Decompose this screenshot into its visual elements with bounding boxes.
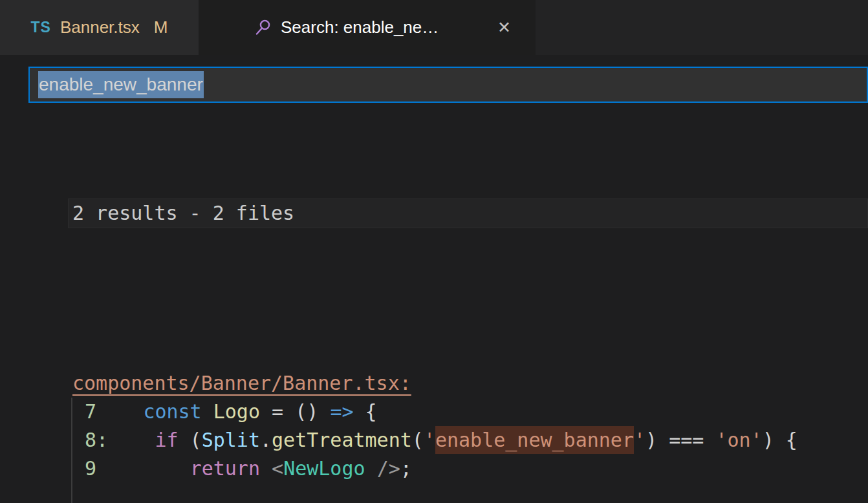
tab-label: Search: enable_ne… bbox=[281, 17, 439, 37]
typescript-file-icon: TS bbox=[31, 19, 51, 36]
editor-tab-bar: TS Banner.tsx M Search: enable_ne… ✕ bbox=[0, 0, 868, 55]
match-highlight: enable_new_banner bbox=[435, 426, 634, 454]
result-line: 8: if (Split.getTreatment('enable_new_ba… bbox=[73, 426, 868, 455]
tab-banner-tsx[interactable]: TS Banner.tsx M bbox=[0, 0, 199, 55]
search-query-row: enable_new_banner bbox=[0, 55, 868, 103]
selected-query-text: enable_new_banner bbox=[38, 71, 204, 98]
results-file-list: components/Banner/Banner.tsx: 7 const Lo… bbox=[0, 369, 868, 503]
tab-search-editor[interactable]: Search: enable_ne… ✕ bbox=[199, 0, 536, 55]
result-line: 9 return <NewLogo />; bbox=[73, 455, 868, 483]
git-modified-badge: M bbox=[154, 17, 168, 37]
blank-line bbox=[0, 285, 868, 312]
tab-label: Banner.tsx bbox=[60, 17, 140, 37]
result-code-block: 7 const Logo = () => { 8: if (Split.getT… bbox=[71, 398, 868, 503]
close-tab-icon[interactable]: ✕ bbox=[495, 17, 514, 38]
search-icon bbox=[254, 19, 272, 36]
result-line: 7 const Logo = () => { bbox=[73, 398, 868, 426]
search-results-editor: 2 results - 2 files components/Banner/Ba… bbox=[0, 103, 868, 503]
result-file-path[interactable]: components/Banner/Banner.tsx: bbox=[72, 369, 411, 398]
search-query-input[interactable]: enable_new_banner bbox=[28, 67, 868, 103]
result-file-block: components/Banner/Banner.tsx: 7 const Lo… bbox=[0, 369, 868, 503]
results-summary: 2 results - 2 files bbox=[68, 198, 868, 228]
